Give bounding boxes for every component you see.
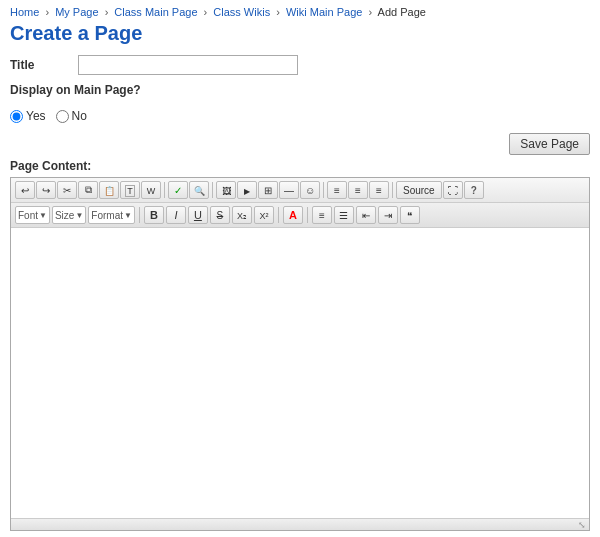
font-select[interactable]: Font ▼ bbox=[15, 206, 50, 224]
size-select[interactable]: Size ▼ bbox=[52, 206, 86, 224]
hr-button[interactable] bbox=[279, 181, 299, 199]
format-select[interactable]: Format ▼ bbox=[88, 206, 135, 224]
strike-icon bbox=[217, 210, 224, 221]
radio-group: Yes No bbox=[10, 109, 590, 123]
help-button[interactable] bbox=[464, 181, 484, 199]
cut-icon bbox=[63, 185, 71, 196]
font-label: Font bbox=[18, 210, 38, 221]
sup-icon bbox=[259, 210, 268, 221]
breadcrumb-classmain[interactable]: Class Main Page bbox=[114, 6, 197, 18]
ul-button[interactable] bbox=[334, 206, 354, 224]
sep2 bbox=[212, 182, 213, 198]
radio-yes-option[interactable]: Yes bbox=[10, 109, 46, 123]
radio-no[interactable] bbox=[56, 110, 69, 123]
bold-button[interactable] bbox=[144, 206, 164, 224]
hr-icon bbox=[284, 185, 294, 196]
paste-text-button[interactable] bbox=[120, 181, 140, 199]
align-center-button[interactable]: ≡ bbox=[348, 181, 368, 199]
paste-icon bbox=[104, 185, 115, 196]
save-row-top: Save Page bbox=[10, 133, 590, 155]
smiley-button[interactable] bbox=[300, 181, 320, 199]
maximize-button[interactable] bbox=[443, 181, 463, 199]
display-field-row: Display on Main Page? bbox=[10, 83, 590, 101]
outdent-icon bbox=[362, 210, 370, 221]
redo-icon bbox=[42, 185, 50, 196]
page-content-label: Page Content: bbox=[10, 159, 590, 173]
spellcheck-button[interactable] bbox=[168, 181, 188, 199]
outdent-button[interactable] bbox=[356, 206, 376, 224]
ul-icon bbox=[339, 210, 348, 221]
size-arrow: ▼ bbox=[75, 211, 83, 220]
indent-button[interactable] bbox=[378, 206, 398, 224]
blockquote-button[interactable] bbox=[400, 206, 420, 224]
underline-icon bbox=[194, 209, 202, 221]
display-label: Display on Main Page? bbox=[10, 83, 141, 97]
breadcrumb-mypage[interactable]: My Page bbox=[55, 6, 98, 18]
subscript-button[interactable] bbox=[232, 206, 252, 224]
paste-button[interactable] bbox=[99, 181, 119, 199]
text-color-button[interactable] bbox=[283, 206, 303, 224]
format-label: Format bbox=[91, 210, 123, 221]
breadcrumb-home[interactable]: Home bbox=[10, 6, 39, 18]
radio-no-label: No bbox=[72, 109, 87, 123]
ol-icon bbox=[319, 210, 325, 221]
editor-content-area[interactable] bbox=[11, 228, 589, 518]
undo-icon bbox=[21, 185, 29, 196]
paste-word-button[interactable] bbox=[141, 181, 161, 199]
redo-button[interactable] bbox=[36, 181, 56, 199]
copy-icon bbox=[85, 184, 92, 196]
align-right-button[interactable]: ≡ bbox=[369, 181, 389, 199]
toolbar-row2: Font ▼ Size ▼ Format ▼ bbox=[11, 203, 589, 228]
image-button[interactable] bbox=[216, 181, 236, 199]
editor-resize[interactable]: ⤡ bbox=[11, 518, 589, 530]
sep6 bbox=[278, 207, 279, 223]
breadcrumb-wikimain[interactable]: Wiki Main Page bbox=[286, 6, 362, 18]
title-field-row: Title bbox=[10, 55, 590, 75]
align-left-button[interactable]: ≡ bbox=[327, 181, 347, 199]
find-icon bbox=[194, 185, 205, 196]
breadcrumb: Home › My Page › Class Main Page › Class… bbox=[10, 6, 590, 18]
strikethrough-button[interactable] bbox=[210, 206, 230, 224]
toolbar-row1: ≡ ≡ ≡ Source bbox=[11, 178, 589, 203]
radio-no-option[interactable]: No bbox=[56, 109, 87, 123]
sub-icon bbox=[237, 210, 247, 221]
breadcrumb-sep2: › bbox=[105, 6, 109, 18]
italic-button[interactable] bbox=[166, 206, 186, 224]
breadcrumb-sep5: › bbox=[368, 6, 372, 18]
flash-icon bbox=[244, 185, 250, 196]
indent-icon bbox=[384, 210, 392, 221]
breadcrumb-classwikis[interactable]: Class Wikis bbox=[213, 6, 270, 18]
sep3 bbox=[323, 182, 324, 198]
title-input[interactable] bbox=[78, 55, 298, 75]
flash-button[interactable] bbox=[237, 181, 257, 199]
save-button-top[interactable]: Save Page bbox=[509, 133, 590, 155]
bold-icon bbox=[150, 209, 158, 221]
table-button[interactable] bbox=[258, 181, 278, 199]
help-icon bbox=[471, 185, 477, 196]
editor-container: ≡ ≡ ≡ Source Font ▼ Size ▼ Format ▼ bbox=[10, 177, 590, 531]
ol-button[interactable] bbox=[312, 206, 332, 224]
format-arrow: ▼ bbox=[124, 211, 132, 220]
font-arrow: ▼ bbox=[39, 211, 47, 220]
size-label: Size bbox=[55, 210, 74, 221]
breadcrumb-sep3: › bbox=[204, 6, 208, 18]
table-icon bbox=[264, 185, 272, 196]
copy-button[interactable] bbox=[78, 181, 98, 199]
cut-button[interactable] bbox=[57, 181, 77, 199]
superscript-button[interactable] bbox=[254, 206, 274, 224]
breadcrumb-sep4: › bbox=[276, 6, 280, 18]
sep7 bbox=[307, 207, 308, 223]
breadcrumb-current: Add Page bbox=[378, 6, 426, 18]
underline-button[interactable] bbox=[188, 206, 208, 224]
blockquote-icon bbox=[407, 210, 412, 221]
find-button[interactable] bbox=[189, 181, 209, 199]
image-icon bbox=[222, 185, 231, 196]
radio-yes-label: Yes bbox=[26, 109, 46, 123]
paste-text-icon bbox=[125, 185, 135, 196]
sep5 bbox=[139, 207, 140, 223]
undo-button[interactable] bbox=[15, 181, 35, 199]
source-button[interactable]: Source bbox=[396, 181, 442, 199]
smile-icon bbox=[305, 185, 315, 196]
title-label: Title bbox=[10, 58, 70, 72]
radio-yes[interactable] bbox=[10, 110, 23, 123]
